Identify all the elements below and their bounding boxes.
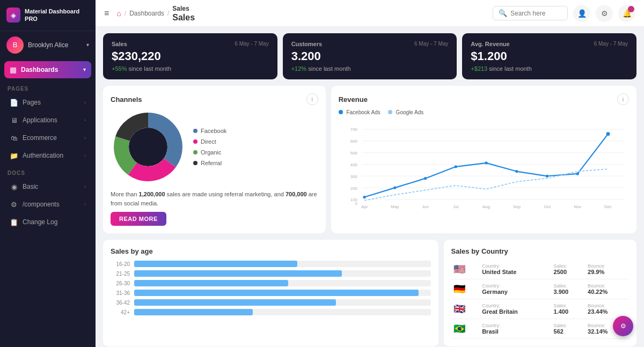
age-header: Sales by age (111, 247, 431, 255)
country-header: Sales by Country (451, 247, 629, 255)
facebook-dot (193, 129, 197, 133)
menu-icon[interactable]: ≡ (104, 9, 109, 18)
sales-by-age-card: Sales by age 16-20 21-25 (103, 240, 438, 346)
breadcrumb-sales: Sales (172, 5, 195, 12)
stat-customers-text: since last month (308, 65, 350, 72)
bounce-col-de: Bounce: 40.22% (586, 279, 629, 299)
components-icon: ⚙ (10, 201, 18, 209)
bounce-label-us: Bounce: (588, 263, 627, 269)
bar-fill-2 (134, 270, 342, 277)
sidebar-item-basic[interactable]: ◉ Basic › (2, 179, 93, 195)
svg-point-31 (424, 177, 427, 180)
svg-text:Dec: Dec (604, 204, 612, 209)
bar-label-1: 16-20 (111, 261, 130, 267)
channels-description: More than 1,200,000 sales are made using… (111, 190, 318, 208)
sales-label-us: Sales: (554, 263, 583, 269)
settings-fab[interactable]: ⚙ (613, 316, 633, 336)
main-content: ≡ ⌂ / Dashboards / Sales Sales 🔍 👤 ⚙ 🔔 (96, 0, 644, 347)
sales-col-gb: Sales: 1.400 (552, 299, 586, 319)
sales-col-de: Sales: 3.900 (552, 279, 586, 299)
bar-fill-4 (134, 290, 419, 296)
basic-chevron-icon: › (84, 184, 86, 189)
revenue-title: Revenue (339, 95, 368, 104)
highlight1: 1,200,000 (139, 191, 165, 197)
notifications-button[interactable]: 🔔 9 (618, 5, 635, 22)
bar-row-4: 31-36 (111, 290, 431, 296)
facebook-ads-dot (339, 110, 343, 114)
bar-fill-3 (134, 280, 288, 286)
sales-value-gb: 1.400 (554, 308, 583, 315)
sidebar-item-pages[interactable]: 📄 Pages › (2, 94, 93, 111)
flag-us: 🇺🇸 (451, 260, 480, 279)
pages-chevron-icon: › (84, 100, 86, 105)
search-input[interactable] (510, 10, 562, 17)
legend-organic: Organic (193, 149, 226, 156)
ecommerce-label: Ecommerce (23, 134, 80, 142)
svg-text:Jun: Jun (422, 204, 429, 209)
changelog-icon: 📋 (10, 218, 18, 226)
referral-dot (193, 161, 197, 165)
country-info-us: Country: United State (480, 260, 551, 279)
settings-button[interactable]: ⚙ (596, 5, 613, 22)
bounce-label-gb: Bounce: (588, 303, 627, 308)
svg-text:Oct: Oct (544, 204, 551, 209)
basic-icon: ◉ (10, 183, 18, 191)
breadcrumb-dashboards[interactable]: Dashboards (129, 10, 164, 17)
user-profile[interactable]: B Brooklyn Alice ▾ (0, 31, 96, 59)
sidebar-active-label: Dashboards (21, 66, 79, 73)
sales-label-br: Sales: (554, 323, 583, 328)
donut-legend: Facebook Direct Organic Referral (193, 128, 226, 166)
flag-br: 🇧🇷 (451, 319, 480, 339)
svg-text:Sep: Sep (513, 204, 521, 209)
topbar-left: ≡ ⌂ / Dashboards / Sales Sales (104, 5, 195, 22)
brand-name: Material Dashboard PRO (25, 8, 89, 23)
bounce-value-de: 40.22% (588, 289, 627, 295)
read-more-button[interactable]: READ MORE (111, 212, 166, 226)
notification-badge: 9 (628, 6, 634, 12)
home-icon[interactable]: ⌂ (116, 9, 121, 18)
search-box[interactable]: 🔍 (493, 6, 568, 20)
stat-sales-title: Sales (112, 41, 127, 47)
bar-track-1 (134, 261, 431, 267)
bounce-value-us: 29.9% (588, 269, 627, 275)
channels-header: Channels i (111, 93, 318, 105)
svg-text:Aug: Aug (482, 204, 490, 209)
stat-revenue-date: 6 May - 7 May (594, 41, 628, 47)
facebook-ads-label: Facebook Ads (346, 109, 380, 115)
changelog-label: Change Log (23, 218, 86, 226)
country-name-gb: Great Britain (482, 308, 549, 315)
bar-track-2 (134, 270, 431, 277)
revenue-info-button[interactable]: i (617, 93, 629, 105)
dashboards-icon: ▦ (10, 65, 17, 74)
sidebar-item-dashboards[interactable]: ▦ Dashboards ▾ (4, 61, 91, 78)
sales-col-br: Sales: 562 (552, 319, 586, 339)
sidebar-item-authentication[interactable]: 📁 Authentication › (2, 147, 93, 164)
search-icon: 🔍 (499, 9, 507, 17)
sidebar-item-ecommerce[interactable]: 🛍 Ecommerce › (2, 130, 93, 146)
svg-text:600: 600 (350, 139, 358, 144)
sales-value-br: 562 (554, 328, 583, 335)
svg-text:May: May (391, 204, 399, 209)
country-name-us: United State (482, 269, 549, 275)
channels-info-button[interactable]: i (306, 93, 318, 105)
svg-text:200: 200 (350, 186, 358, 191)
sidebar-item-components[interactable]: ⚙ /components › (2, 196, 93, 213)
help-button[interactable]: 👤 (573, 5, 590, 22)
stat-cards: Sales 6 May - 7 May $230,220 +55% since … (103, 33, 636, 79)
pages-icon: 📄 (10, 99, 18, 107)
applications-chevron-icon: › (84, 117, 86, 123)
stat-sales-pct: +55% (112, 65, 127, 72)
sidebar-item-changelog[interactable]: 📋 Change Log (2, 214, 93, 231)
svg-text:400: 400 (350, 163, 358, 167)
svg-point-29 (363, 196, 365, 198)
svg-point-30 (393, 186, 396, 189)
bar-track-4 (134, 290, 431, 296)
stat-card-customers: Customers 6 May - 7 May 3.200 +12% since… (283, 33, 457, 79)
country-row-de: 🇩🇪 Country: Germany Sales: 3.900 Bounce: (451, 279, 629, 299)
age-bar-chart: 16-20 21-25 26-30 (111, 261, 431, 315)
country-info-de: Country: Germany (480, 279, 551, 299)
authentication-chevron-icon: › (84, 153, 86, 158)
sidebar-item-applications[interactable]: 🖥 Applications › (2, 112, 93, 129)
bar-label-5: 36-42 (111, 300, 130, 306)
revenue-header: Revenue i (339, 93, 629, 105)
